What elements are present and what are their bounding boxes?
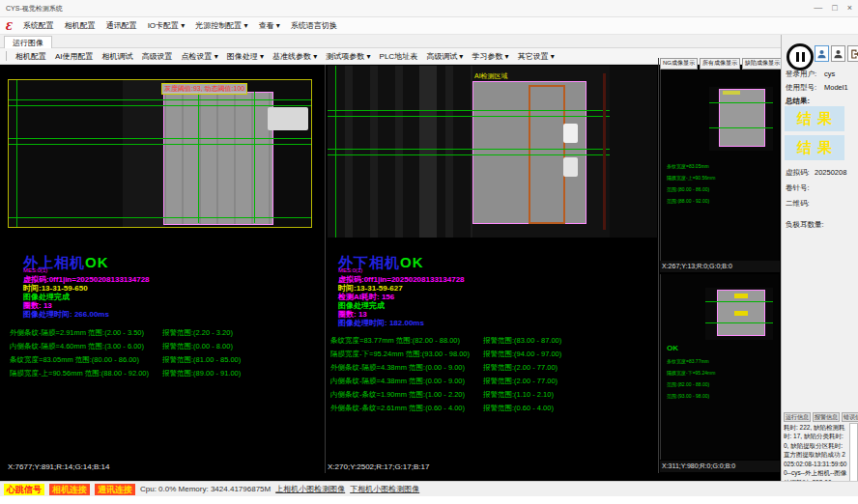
thumb1-cursor-readout: X:267;Y:13;R:0;G:0;B:0 <box>660 261 780 272</box>
menu-view[interactable]: 查看 ▾ <box>259 20 280 31</box>
pause-button[interactable] <box>786 43 814 70</box>
toolbar-image-processing[interactable]: 图像处理 ▾ <box>227 51 264 62</box>
thumb-text-line: 范围:(93.00 - 98.00) <box>667 392 709 401</box>
thumbnail-image <box>705 288 773 340</box>
lower-camera-image-link[interactable]: 下相机小图检测图像 <box>350 484 419 494</box>
toolbar-camera-debug[interactable]: 相机调试 <box>102 51 133 62</box>
overlay-line <box>254 92 255 223</box>
measurement-alarm: 报警范围:(2.00 - 77.00) <box>483 363 558 373</box>
measurement-alarm: 报警范围:(94.00 - 97.00) <box>483 350 561 359</box>
camera-image-lower-outer[interactable]: AI检测区域 <box>328 66 657 238</box>
toolbar-ai-config[interactable]: AI使用配置 <box>55 51 94 62</box>
overlay-line <box>705 301 773 302</box>
user-icon <box>833 48 844 60</box>
toolbar-test-params[interactable]: 测试项参数 ▾ <box>326 51 370 62</box>
left-mes-label: MES:0(1) <box>23 267 47 273</box>
separator-region <box>719 89 765 147</box>
cpu-memory-readout: Cpu: 0.0% Memory: 3424.41796875M <box>140 485 271 493</box>
measurement-value: 外侧条纹-隔膜=2.91mm 范围:(2.00 - 3.50) <box>10 328 144 338</box>
separator-region <box>163 92 273 225</box>
barcode-label: 虚拟码: <box>786 168 810 178</box>
user-icon <box>816 48 827 60</box>
thumbnail-view-1[interactable]: 条纹宽度=83.05mm 隔膜宽度-上=90.56mm 范围:(80.00 - … <box>660 70 779 261</box>
measurement-alarm: 报警范围:(89.00 - 91.00) <box>162 369 241 378</box>
measurement-value: 外侧条纹-隔膜=4.38mm 范围:(0.00 - 9.00) <box>330 363 465 373</box>
middle-mes-label: MES:0(1) <box>338 267 362 273</box>
comm-connect-badge: 通讯连接 <box>95 484 135 495</box>
exit-button[interactable] <box>847 45 858 62</box>
window-title: CYS-视觉检测系统 <box>6 4 63 14</box>
thumb2-cursor-readout: X:311;Y:980;R:0;G:0;B:0 <box>660 461 780 472</box>
tab-error-info[interactable]: 错误信息 <box>842 412 858 422</box>
user-value: cys <box>824 70 835 78</box>
thumb-text-line: 范围:(80.00 - 86.00) <box>667 185 709 194</box>
measurement-value: 内侧条纹-隔膜=4.38mm 范围:(0.00 - 9.00) <box>330 377 465 386</box>
maximize-button[interactable]: □ <box>832 4 837 13</box>
thumb-text-line: 范围:(88.00 - 92.00) <box>667 197 709 206</box>
tab-run-info[interactable]: 运行信息 <box>784 412 811 422</box>
overlay-line <box>16 80 17 227</box>
camera-image-upper-outer[interactable]: 灰度阈值:93, 动态阈值:100 <box>8 79 312 228</box>
menu-camera-config[interactable]: 相机配置 <box>65 20 96 31</box>
result-badge: 结果 <box>785 135 844 160</box>
overlay-line <box>328 149 657 150</box>
menu-language-switch[interactable]: 系统语言切换 <box>291 20 337 31</box>
left-result-ok: OK <box>85 254 109 270</box>
middle-proc-time: 图像处理时间: 182.00ms <box>338 318 424 328</box>
measurement-value: 内侧条纹-条纹=1.90mm 范围:(1.00 - 2.20) <box>330 390 465 400</box>
menu-comm-config[interactable]: 通讯配置 <box>106 20 137 31</box>
overlay-line <box>198 92 199 223</box>
toolbar-camera-config[interactable]: 相机配置 <box>15 51 46 62</box>
right-sidebar: 登录用户: cys 使用型号: Model1 总结果: 结果 结果 虚拟码: 2… <box>781 35 858 496</box>
user-login-button[interactable] <box>815 45 829 62</box>
user-logout-button[interactable] <box>831 45 845 62</box>
thumb-result-ok: OK <box>667 344 678 352</box>
bright-feature <box>563 157 578 177</box>
tab-alarm-info[interactable]: 报警信息 <box>813 412 840 422</box>
toolbar-advanced-settings[interactable]: 高级设置 <box>142 51 173 62</box>
toolbar-baseline-params[interactable]: 基准线参数 ▾ <box>272 51 317 62</box>
minimize-button[interactable]: — <box>814 4 822 13</box>
model-value: Model1 <box>824 83 848 92</box>
menu-light-config[interactable]: 光源控制配置 ▾ <box>195 20 247 31</box>
log-scrollbar[interactable] <box>849 423 858 485</box>
overlay-line <box>328 154 657 155</box>
statusbar: 心跳信号 相机连接 通讯连接 Cpu: 0.0% Memory: 3424.41… <box>0 481 858 496</box>
overlay-line <box>9 138 311 139</box>
measurement-alarm: 报警范围:(0.00 - 8.00) <box>162 342 233 351</box>
toolbar-learning-params[interactable]: 学习参数 ▾ <box>472 51 508 62</box>
view-tab-row: 运行图像 <box>0 35 858 48</box>
tab-run-image[interactable]: 运行图像 <box>4 36 52 49</box>
dark-red-feature <box>603 73 606 230</box>
connector-object <box>268 107 308 130</box>
toolbar-spot-check[interactable]: 点检设置 ▾ <box>182 51 218 62</box>
measurement-value: 条纹宽度=83.77mm 范围:(82.00 - 88.00) <box>330 336 460 346</box>
tab-ng-images[interactable]: NG成像显示 <box>660 58 698 70</box>
menu-io-config[interactable]: IO卡配置 ▾ <box>148 20 186 31</box>
thumb-text-line: 隔膜宽度-上=90.56mm <box>667 174 715 182</box>
titlebar: CYS-视觉检测系统 — □ × <box>0 0 858 17</box>
qr-code-label: 二维码: <box>786 199 810 209</box>
log-tab-row: 运行信息 报警信息 错误信息 <box>784 412 858 422</box>
thumbnail-image <box>709 87 773 151</box>
thumbnail-view-2[interactable]: OK 条纹宽度=83.77mm 隔膜宽度-下=95.24mm 范围:(82.00… <box>660 274 779 460</box>
measurement-value: 外侧条纹-条纹=2.61mm 范围:(0.60 - 4.00) <box>330 404 465 413</box>
result-badge: 结果 <box>785 106 844 131</box>
thumb-text-line: 条纹宽度=83.77mm <box>667 357 709 366</box>
tab-all-images[interactable]: 所有成像显示 <box>700 58 740 70</box>
measurement-alarm: 报警范围:(81.00 - 85.00) <box>162 355 241 365</box>
image-dark-band <box>123 80 165 227</box>
close-button[interactable]: × <box>847 4 852 13</box>
upper-camera-image-link[interactable]: 上相机小图检测图像 <box>275 484 345 494</box>
thumb-tab-row: NG成像显示 所有成像显示 缺陷成像显示 <box>660 58 778 70</box>
menubar: Ɛ 系统配置 相机配置 通讯配置 IO卡配置 ▾ 光源控制配置 ▾ 查看 ▾ 系… <box>0 17 858 35</box>
toolbar-other-settings[interactable]: 其它设置 ▾ <box>518 51 555 62</box>
overlay-line <box>709 102 773 103</box>
tab-defect-images[interactable]: 缺陷成像显示 <box>742 58 783 70</box>
image-light-band <box>419 66 437 238</box>
menu-system-config[interactable]: 系统配置 <box>23 20 54 31</box>
toolbar-advanced-debug[interactable]: 高级调试 ▾ <box>426 51 463 62</box>
toolbar-plc-address[interactable]: PLC地址表 <box>380 51 418 62</box>
ai-roi-label: AI检测区域 <box>474 71 508 81</box>
panel-divider <box>325 65 326 473</box>
